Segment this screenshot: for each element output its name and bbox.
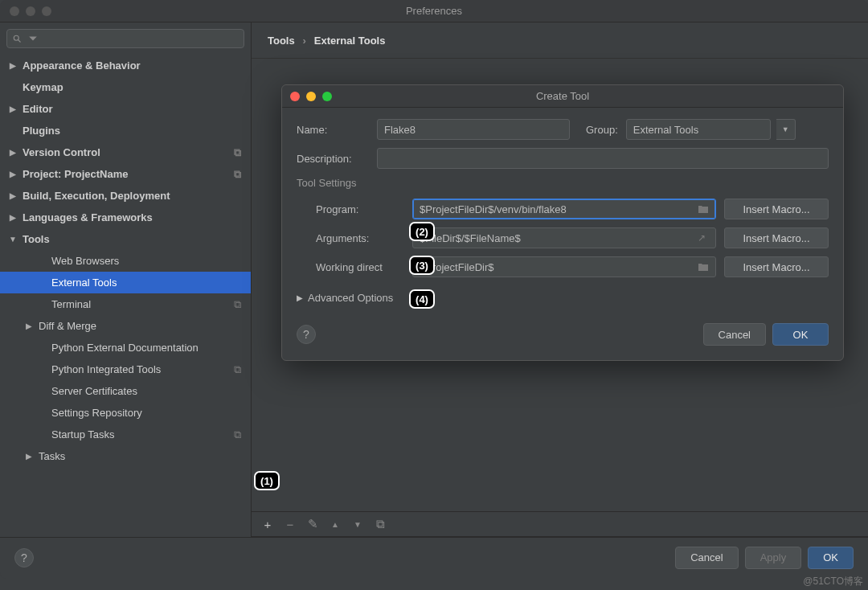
project-scope-icon: ⧉ bbox=[234, 298, 241, 311]
tree-item-diff-merge[interactable]: ▶Diff & Merge bbox=[0, 315, 251, 337]
tree-item-terminal[interactable]: Terminal⧉ bbox=[0, 293, 251, 315]
breadcrumb-sep: › bbox=[303, 35, 306, 47]
tree-item-label: Tasks bbox=[39, 450, 65, 462]
tree-item-label: Version Control bbox=[23, 146, 100, 158]
footer: ? Cancel Apply OK bbox=[0, 537, 868, 577]
expand-icon[interactable]: ↗ bbox=[698, 232, 709, 244]
tree-item-tasks[interactable]: ▶Tasks bbox=[0, 445, 251, 467]
arguments-label: Arguments: bbox=[316, 232, 404, 244]
working-dir-label: Working direct bbox=[316, 261, 404, 273]
breadcrumb-root[interactable]: Tools bbox=[268, 35, 295, 47]
annotation-badge-4: (4) bbox=[409, 289, 435, 309]
up-button[interactable]: ▲ bbox=[326, 514, 345, 534]
tree-item-version-control[interactable]: ▶Version Control⧉ bbox=[0, 141, 251, 163]
tree-item-external-tools[interactable]: External Tools bbox=[0, 272, 251, 293]
dialog-cancel-button[interactable]: Cancel bbox=[703, 323, 766, 346]
tree-item-label: Web Browsers bbox=[51, 255, 119, 267]
tool-settings-label: Tool Settings bbox=[297, 177, 829, 189]
insert-macro-wd[interactable]: Insert Macro... bbox=[724, 256, 829, 277]
dialog-ok-button[interactable]: OK bbox=[772, 323, 829, 346]
dialog-titlebar: Create Tool bbox=[282, 85, 843, 108]
group-dropdown-arrow[interactable]: ▼ bbox=[776, 119, 796, 140]
working-dir-input[interactable]: $ProjectFileDir$ bbox=[412, 256, 716, 277]
program-input[interactable]: $ProjectFileDir$/venv/bin/flake8 bbox=[412, 199, 716, 219]
tree-item-label: Python Integrated Tools bbox=[51, 363, 161, 375]
tree-item-label: Project: ProjectName bbox=[23, 168, 129, 180]
sidebar: ▶Appearance & BehaviorKeymap▶EditorPlugi… bbox=[0, 23, 252, 537]
project-scope-icon: ⧉ bbox=[234, 363, 241, 376]
name-input[interactable]: Flake8 bbox=[377, 119, 570, 140]
tree-arrow-icon: ▼ bbox=[8, 235, 18, 244]
name-label: Name: bbox=[297, 124, 369, 136]
tree-item-languages-frameworks[interactable]: ▶Languages & Frameworks bbox=[0, 207, 251, 228]
project-scope-icon: ⧉ bbox=[234, 428, 241, 441]
tree-item-label: Diff & Merge bbox=[39, 320, 96, 332]
search-input[interactable] bbox=[6, 29, 244, 48]
window-title: Preferences bbox=[0, 5, 868, 17]
tree-item-label: Server Certificates bbox=[51, 385, 137, 397]
tree-arrow-icon: ▶ bbox=[8, 61, 18, 70]
advanced-options-toggle[interactable]: ▶ Advanced Options bbox=[297, 292, 829, 304]
settings-tree: ▶Appearance & BehaviorKeymap▶EditorPlugi… bbox=[0, 55, 251, 537]
tree-item-label: Build, Execution, Deployment bbox=[23, 190, 170, 202]
tree-arrow-icon: ▶ bbox=[8, 191, 18, 200]
folder-icon[interactable] bbox=[698, 262, 709, 272]
folder-icon[interactable] bbox=[698, 204, 709, 214]
tree-item-keymap[interactable]: Keymap bbox=[0, 76, 251, 98]
insert-macro-args[interactable]: Insert Macro... bbox=[724, 227, 829, 248]
svg-line-1 bbox=[18, 40, 21, 43]
tree-item-appearance-behavior[interactable]: ▶Appearance & Behavior bbox=[0, 55, 251, 76]
tree-item-startup-tasks[interactable]: Startup Tasks⧉ bbox=[0, 424, 251, 445]
tree-item-label: Terminal bbox=[51, 298, 91, 310]
remove-button[interactable]: − bbox=[280, 514, 300, 534]
search-history-icon[interactable] bbox=[28, 34, 38, 43]
group-dropdown[interactable]: External Tools bbox=[626, 119, 771, 140]
breadcrumb: Tools › External Tools bbox=[252, 23, 868, 59]
titlebar: Preferences bbox=[0, 0, 868, 23]
description-input[interactable] bbox=[377, 148, 829, 169]
tree-item-build-execution-deployment[interactable]: ▶Build, Execution, Deployment bbox=[0, 185, 251, 207]
tree-item-label: Startup Tasks bbox=[51, 428, 115, 440]
ok-button[interactable]: OK bbox=[808, 547, 854, 569]
tree-item-label: Editor bbox=[23, 103, 53, 115]
tree-item-project-projectname[interactable]: ▶Project: ProjectName⧉ bbox=[0, 163, 251, 185]
tree-arrow-icon: ▶ bbox=[8, 148, 18, 157]
dialog-help-button[interactable]: ? bbox=[297, 325, 316, 344]
tree-item-plugins[interactable]: Plugins bbox=[0, 120, 251, 141]
cancel-button[interactable]: Cancel bbox=[675, 547, 738, 569]
add-button[interactable]: + bbox=[258, 514, 277, 534]
insert-macro-program[interactable]: Insert Macro... bbox=[724, 199, 829, 219]
tree-item-web-browsers[interactable]: Web Browsers bbox=[0, 250, 251, 272]
program-label: Program: bbox=[316, 203, 404, 215]
tree-arrow-icon: ▶ bbox=[8, 213, 18, 222]
edit-button[interactable]: ✎ bbox=[303, 514, 322, 534]
tree-item-label: Plugins bbox=[23, 125, 60, 137]
chevron-right-icon: ▶ bbox=[297, 293, 303, 302]
tree-item-label: Settings Repository bbox=[51, 407, 142, 419]
down-button[interactable]: ▼ bbox=[348, 514, 367, 534]
tree-item-tools[interactable]: ▼Tools bbox=[0, 228, 251, 250]
tree-arrow-icon: ▶ bbox=[8, 170, 18, 178]
description-label: Description: bbox=[297, 153, 369, 165]
tree-arrow-icon: ▶ bbox=[8, 104, 18, 113]
search-icon bbox=[12, 34, 22, 43]
annotation-badge-3: (3) bbox=[409, 256, 435, 275]
breadcrumb-leaf: External Tools bbox=[314, 35, 386, 47]
tree-item-label: External Tools bbox=[51, 277, 117, 289]
list-toolbar: + − ✎ ▲ ▼ ⧉ bbox=[252, 511, 868, 537]
copy-button[interactable]: ⧉ bbox=[371, 514, 390, 534]
dialog-title: Create Tool bbox=[282, 90, 843, 102]
tree-item-settings-repository[interactable]: Settings Repository bbox=[0, 402, 251, 424]
annotation-badge-2: (2) bbox=[409, 222, 435, 241]
tree-item-editor[interactable]: ▶Editor bbox=[0, 98, 251, 120]
tree-item-server-certificates[interactable]: Server Certificates bbox=[0, 380, 251, 402]
create-tool-dialog: Create Tool Name: Flake8 Group: External… bbox=[281, 84, 844, 361]
tree-item-python-integrated-tools[interactable]: Python Integrated Tools⧉ bbox=[0, 359, 251, 380]
help-button[interactable]: ? bbox=[14, 548, 34, 567]
tree-item-python-external-documentation[interactable]: Python External Documentation bbox=[0, 337, 251, 359]
arguments-input[interactable]: $FileDir$/$FileName$ ↗ bbox=[412, 227, 716, 248]
tree-item-label: Keymap bbox=[23, 81, 63, 93]
annotation-badge-1: (1) bbox=[254, 471, 280, 490]
svg-point-0 bbox=[14, 35, 18, 40]
apply-button[interactable]: Apply bbox=[745, 547, 802, 569]
